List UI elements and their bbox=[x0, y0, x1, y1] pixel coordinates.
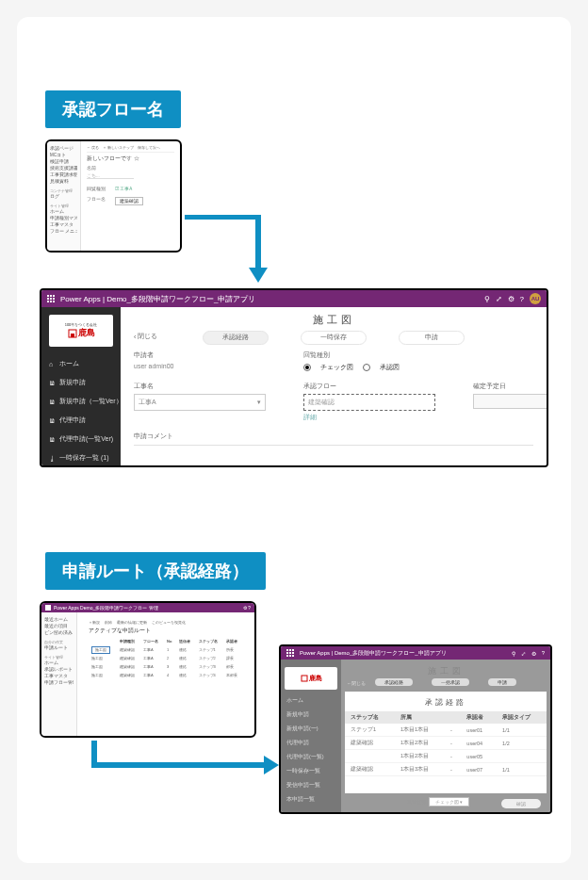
resize-icon[interactable]: ⤢ bbox=[496, 295, 502, 303]
gear-icon[interactable]: ⚙ bbox=[531, 650, 536, 657]
nav-item[interactable]: 一時保存一覧 bbox=[281, 764, 341, 778]
sidebar-item[interactable]: ホーム bbox=[50, 208, 77, 215]
tab-approval-route[interactable]: 承認経路 bbox=[375, 678, 413, 686]
magnet-icon[interactable]: ⚲ bbox=[484, 295, 490, 303]
nav-proxy-request[interactable]: 🗎代理申請 bbox=[41, 411, 121, 430]
cmd-refresh[interactable]: 最新の情報に更新 bbox=[117, 620, 147, 625]
col-step: ステップ名 bbox=[345, 711, 395, 724]
col-flow[interactable]: フロー名 bbox=[140, 637, 164, 645]
tab-draft-save[interactable]: 一時保存 bbox=[301, 331, 367, 345]
powerapps-header: Power Apps | Demo_多段階申請ワークフロー_申請アプリ ⚲ ⤢ … bbox=[41, 290, 547, 307]
sidebar-item[interactable]: 承認ページ bbox=[50, 145, 77, 152]
tab-bulk[interactable]: 一括承認 bbox=[432, 678, 469, 686]
table-row[interactable]: 施工図建築確認工事A1連絡ステップ1所長 bbox=[89, 645, 243, 654]
sidebar-item[interactable]: MCコト bbox=[50, 152, 77, 158]
nav-item[interactable]: 代理申請(一覧) bbox=[281, 750, 341, 764]
nav-item[interactable]: 新規申請(一) bbox=[281, 722, 341, 736]
table-row[interactable]: 施工図建築確認工事A4連絡ステップ4本部長 bbox=[89, 671, 243, 679]
magnet-icon[interactable]: ⚲ bbox=[512, 650, 515, 657]
col-no[interactable]: No bbox=[164, 637, 176, 645]
sidebar-item[interactable]: ログ bbox=[50, 193, 77, 200]
col-sender[interactable]: 送信者 bbox=[176, 637, 196, 645]
radio-check[interactable] bbox=[303, 364, 311, 371]
radio-approve[interactable] bbox=[363, 364, 370, 371]
logo-icon bbox=[68, 329, 77, 338]
name-label: 名前 bbox=[87, 166, 174, 171]
close-button[interactable]: ←閉じる bbox=[347, 680, 366, 686]
nav-new-request-list[interactable]: 🗎新規申請（一覧Ver） bbox=[41, 392, 121, 411]
sidebar-item[interactable]: 工事マスタ bbox=[44, 673, 74, 679]
flow-value-box[interactable]: 建築確認 bbox=[303, 394, 435, 411]
flow-name-value[interactable]: 建築確認 bbox=[115, 197, 143, 205]
toolbar-back[interactable]: ← 戻る bbox=[87, 145, 99, 150]
sidebar-item[interactable]: 検証申請 bbox=[50, 158, 77, 165]
sidebar-item[interactable]: 技術支援請書 bbox=[50, 165, 77, 171]
nav-item[interactable]: 本申請一覧 bbox=[281, 792, 341, 807]
footer-label: 回覧種別 bbox=[407, 799, 426, 805]
table-row[interactable]: 建築確認1本目3本目-user071/1 bbox=[345, 763, 547, 776]
col-approver[interactable]: 承認者 bbox=[223, 637, 243, 645]
avatar[interactable]: AU bbox=[530, 293, 541, 304]
col-type[interactable]: 申請種別 bbox=[117, 637, 140, 645]
nav-proxy-request-list[interactable]: 🗎代理申請(一覧Ver) bbox=[41, 430, 121, 448]
nav-item[interactable]: ホーム bbox=[281, 693, 341, 708]
page-title: 施工図 bbox=[121, 313, 547, 327]
table-row[interactable]: 建築確認1本目2本目-user041/2 bbox=[345, 737, 547, 750]
sidebar-item[interactable]: ピン留め済み bbox=[44, 629, 74, 636]
nav-home[interactable]: ⌂ホーム bbox=[41, 354, 121, 373]
table-row[interactable]: ステップ11本目1本目-user011/1 bbox=[345, 724, 547, 737]
toolbar-new-step[interactable]: ＋ 新しいステップ bbox=[103, 145, 134, 150]
waffle-icon[interactable] bbox=[45, 605, 51, 611]
sidebar-item[interactable]: ホーム bbox=[44, 660, 74, 666]
confirm-button[interactable]: 確認 bbox=[501, 799, 541, 808]
footer-select[interactable]: チェック図 ▾ bbox=[429, 797, 469, 807]
nav-item[interactable]: 新規申請 bbox=[281, 708, 341, 722]
nav-item[interactable]: 代理申請 bbox=[281, 736, 341, 750]
table-row[interactable]: 1本目2本目-user05 bbox=[345, 750, 547, 763]
col-step[interactable]: ステップ名 bbox=[196, 637, 224, 645]
sidebar-item[interactable]: 承認レポート bbox=[44, 666, 74, 673]
sidebar-item[interactable]: 工事費請求明細書 bbox=[50, 171, 77, 178]
sidebar-item[interactable]: 申請フロー管理 bbox=[44, 679, 74, 686]
resize-icon[interactable]: ⤢ bbox=[521, 650, 526, 657]
work-select[interactable]: 工事A▾ bbox=[134, 394, 266, 411]
gear-icon[interactable]: ⚙ bbox=[508, 295, 514, 303]
help-icon[interactable]: ? bbox=[520, 295, 524, 303]
table-row[interactable]: 施工図建築確認工事A2連絡ステップ2課長 bbox=[89, 654, 243, 662]
flow-editor-panel: 承認ページ MCコト 検証申請 技術支援請書 工事費請求明細書 見積資料 コンテ… bbox=[45, 139, 182, 253]
powerapps-sidebar: 100年をつくる会社 鹿島 ⌂ホーム 🗎新規申請 🗎新規申請（一覧Ver） 🗎代… bbox=[41, 307, 121, 465]
sidebar-item[interactable]: 最近の項目 bbox=[44, 623, 74, 629]
sidebar-item[interactable]: 工事マスタ bbox=[50, 221, 77, 228]
cmd-delete[interactable]: 削除 bbox=[105, 620, 112, 625]
tab-apply[interactable]: 申請 bbox=[399, 331, 465, 345]
nav-draft-list[interactable]: ⭳一時保存一覧 (1) bbox=[41, 448, 121, 467]
comment-box[interactable] bbox=[134, 445, 533, 467]
sidebar-item[interactable]: 申請ルート bbox=[44, 644, 74, 651]
sidebar-item[interactable]: フロー メニュ bbox=[50, 228, 77, 235]
sidebar-item[interactable]: 最近ホーム bbox=[44, 616, 74, 623]
cmd-visual[interactable]: このビューを視覚化 bbox=[152, 620, 186, 625]
table-row[interactable]: 施工図建築確認工事A3連絡ステップ3部長 bbox=[89, 662, 243, 671]
doc-icon: 🗎 bbox=[49, 380, 56, 386]
waffle-icon[interactable] bbox=[286, 649, 294, 657]
nav-item[interactable]: 受信申請一覧 bbox=[281, 778, 341, 792]
tab-apply[interactable]: 申請 bbox=[488, 678, 516, 686]
help-icon[interactable]: ? bbox=[542, 650, 545, 656]
pa3-main: 施工図 承認経路 一括承認 申請 ←閉じる 承認経路 ステップ名 所属 承認者 bbox=[341, 660, 550, 812]
sidebar-item[interactable]: 見積資料 bbox=[50, 178, 77, 185]
name-input[interactable]: こち... bbox=[87, 173, 134, 179]
row-select[interactable]: 施工図 bbox=[91, 646, 110, 654]
list-sidebar: 最近ホーム 最近の項目 ピン留め済み 自分の作業 申請ルート サイト管理 ホーム… bbox=[41, 612, 77, 736]
date-input[interactable]: 📅 bbox=[473, 394, 548, 409]
flow-detail-link[interactable]: 詳細 bbox=[303, 413, 435, 422]
sidebar-item[interactable]: 申請種別マスタ bbox=[50, 215, 77, 221]
bg-title: 施工図 bbox=[341, 665, 550, 677]
waffle-icon[interactable] bbox=[47, 295, 55, 302]
toolbar-save[interactable]: 保存して次へ bbox=[138, 145, 160, 150]
flow-editor-toolbar: ← 戻る ＋ 新しいステップ 保存して次へ bbox=[87, 145, 174, 153]
cmd-new[interactable]: ＋新規 bbox=[89, 620, 100, 625]
tag-value[interactable]: ☑ 工事A bbox=[115, 187, 132, 191]
doc-icon: 🗎 bbox=[49, 399, 56, 405]
nav-new-request[interactable]: 🗎新規申請 bbox=[41, 373, 121, 392]
tab-approval-route[interactable]: 承認経路 bbox=[203, 331, 269, 345]
